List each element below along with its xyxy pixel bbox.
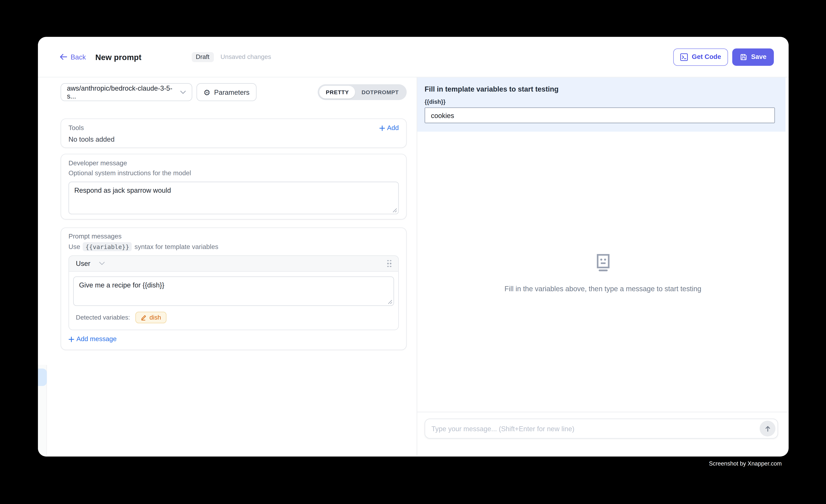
resize-grip-icon[interactable] [393,208,397,212]
header: Back New prompt Draft Unsaved changes Ge… [38,37,789,77]
hint-prefix: Use [68,243,80,250]
developer-message-card: Developer message Optional system instru… [61,154,407,219]
save-label: Save [751,53,766,60]
tester-panel: Fill in template variables to start test… [417,77,788,456]
tools-title: Tools [68,124,84,132]
edit-pencil-icon [140,314,147,321]
model-selector-value: aws/anthropic/bedrock-claude-3-5-s... [67,84,180,100]
plus-icon [68,336,74,342]
view-toggle: PRETTY DOTPROMPT [318,84,407,100]
toggle-dotprompt[interactable]: DOTPROMPT [355,86,405,98]
background-sidebar-selected-item [38,369,47,386]
detected-variables-label: Detected variables: [76,314,130,321]
chevron-down-icon [180,90,186,94]
add-tool-button[interactable]: Add [379,124,399,132]
back-arrow-icon [60,54,67,60]
page-title: New prompt [95,52,141,61]
message-role-row: User [69,256,398,272]
plus-icon [379,125,385,131]
variable-syntax-chip: {{variable}} [83,242,132,251]
main-split: aws/anthropic/bedrock-claude-3-5-s... ⚙ … [38,77,789,456]
chat-message-input[interactable] [425,425,760,433]
gear-icon: ⚙ [203,88,211,96]
developer-message-hint: Optional system instructions for the mod… [68,170,399,177]
variable-name-label: {{dish}} [425,99,775,105]
model-selector[interactable]: aws/anthropic/bedrock-claude-3-5-s... [61,83,192,101]
add-message-label: Add message [76,335,117,342]
message-textarea[interactable]: Give me a recipe for {{dish}} [73,276,394,306]
get-code-button[interactable]: Get Code [673,48,728,66]
terminal-icon [680,53,688,61]
screenshot-stage: Back New prompt Draft Unsaved changes Ge… [0,0,826,504]
add-tool-label: Add [387,124,399,132]
toggle-pretty[interactable]: PRETTY [319,86,355,98]
arrow-up-icon [764,425,771,432]
drag-handle-icon[interactable] [387,260,391,267]
back-button[interactable]: Back [60,53,86,61]
send-button[interactable] [760,421,775,436]
get-code-label: Get Code [692,53,721,60]
hint-suffix: syntax for template variables [134,243,218,250]
resize-grip-icon[interactable] [388,300,392,304]
background-sidebar-sliver [38,365,47,456]
save-icon [740,53,747,61]
prompt-messages-card: Prompt messages Use {{variable}} syntax … [61,228,407,350]
chevron-down-icon[interactable] [99,262,105,265]
watermark: Screenshot by Xnapper.com [709,460,782,467]
save-button[interactable]: Save [732,48,774,66]
detected-variables-row: Detected variables: dish [76,312,394,323]
parameters-button[interactable]: ⚙ Parameters [196,83,256,101]
developer-message-textarea[interactable]: Respond as jack sparrow would [68,182,399,214]
prompt-editor-panel: aws/anthropic/bedrock-claude-3-5-s... ⚙ … [38,77,417,456]
tools-empty-text: No tools added [68,135,399,143]
tester-title: Fill in template variables to start test… [425,85,775,93]
role-select-value[interactable]: User [76,259,90,267]
back-label: Back [71,53,86,61]
parameters-label: Parameters [214,88,250,96]
template-variables-header: Fill in template variables to start test… [417,77,785,132]
chat-input-container [425,419,778,439]
prompt-messages-title: Prompt messages [68,233,399,240]
model-row: aws/anthropic/bedrock-claude-3-5-s... ⚙ … [61,83,407,101]
variable-value-input[interactable] [425,107,775,123]
status-badge: Draft [191,52,214,62]
prompt-messages-hint: Use {{variable}} syntax for template var… [68,242,399,251]
developer-message-title: Developer message [68,160,399,167]
message-body: Give me a recipe for {{dish}} Detected v… [69,272,398,330]
message-item: User Give me a recipe for {{dish}} Detec… [68,255,399,330]
chat-empty-area: Fill in the variables above, then type a… [417,132,788,412]
chat-input-bar [417,412,788,456]
robot-face-icon [593,253,612,272]
chat-empty-text: Fill in the variables above, then type a… [505,285,701,293]
add-message-button[interactable]: Add message [68,335,117,342]
variable-chip-label: dish [150,314,161,321]
variable-chip-dish[interactable]: dish [135,312,166,323]
app-window: Back New prompt Draft Unsaved changes Ge… [38,37,789,456]
unsaved-changes-note: Unsaved changes [221,53,271,60]
tools-card: Tools Add No tools added [61,118,407,148]
